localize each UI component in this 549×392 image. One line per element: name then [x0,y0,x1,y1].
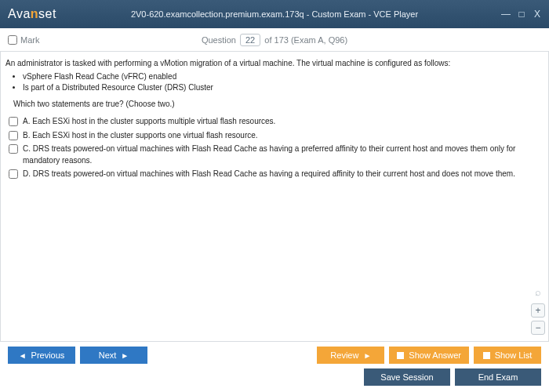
question-prompt: Which two statements are true? (Choose t… [13,99,522,111]
condition-item: Is part of a Distributed Resource Cluste… [23,82,522,94]
review-label: Review [330,350,358,360]
option-b-text: B. Each ESXi host in the cluster support… [23,130,258,142]
zoom-in-button[interactable]: + [531,303,545,318]
question-bar: Mark Question 22 of 173 (Exam A, Q96) [0,28,549,52]
square-icon [483,352,490,359]
maximize-button[interactable]: □ [516,9,527,20]
option-d-text: D. DRS treats powered-on virtual machine… [23,169,515,180]
footer: ◄ Previous Next ► Review ► Show Answer S… [0,342,549,392]
question-body: An administrator is tasked with performi… [1,52,526,341]
end-exam-label: End Exam [478,372,518,382]
show-answer-label: Show Answer [409,350,461,360]
option-d[interactable]: D. DRS treats powered-on virtual machine… [9,169,522,180]
window-controls: — □ X [500,9,549,20]
option-b[interactable]: B. Each ESXi host in the cluster support… [9,130,522,142]
previous-button[interactable]: ◄ Previous [8,347,75,364]
mark-checkbox[interactable] [8,35,17,45]
square-icon [397,352,404,359]
save-session-label: Save Session [380,372,433,382]
option-c-checkbox[interactable] [9,144,18,154]
window-title: 2V0-620.examcollection.premium.exam.173q… [0,9,549,19]
nav-row: ◄ Previous Next ► Review ► Show Answer S… [8,347,541,364]
option-d-checkbox[interactable] [9,169,18,179]
question-stem: An administrator is tasked with performi… [5,58,522,70]
next-button[interactable]: Next ► [80,347,147,364]
next-label: Next [99,350,117,360]
title-bar: Avanset 2V0-620.examcollection.premium.e… [0,0,549,28]
options-list: A. Each ESXi host in the cluster support… [5,116,522,180]
option-b-checkbox[interactable] [9,131,18,140]
chevron-left-icon: ◄ [19,351,27,360]
question-label: Question [202,35,236,45]
option-c[interactable]: C. DRS treats powered-on virtual machine… [9,143,522,166]
chevron-right-icon: ► [363,351,371,360]
zoom-tools: ⌕ + − [531,286,545,335]
option-a-checkbox[interactable] [9,117,18,126]
question-total: of 173 (Exam A, Q96) [264,35,347,45]
mark-checkbox-wrap[interactable]: Mark [8,35,39,45]
content-pane: An administrator is tasked with performi… [0,52,549,342]
logo-post: set [38,7,56,20]
zoom-out-button[interactable]: − [531,321,545,335]
end-exam-button[interactable]: End Exam [455,368,541,386]
review-button[interactable]: Review ► [317,347,384,364]
session-row: Save Session End Exam [8,368,541,386]
option-c-text: C. DRS treats powered-on virtual machine… [23,143,522,166]
show-list-label: Show List [495,350,533,360]
save-session-button[interactable]: Save Session [364,368,450,386]
logo-pre: Ava [8,7,31,20]
option-a[interactable]: A. Each ESXi host in the cluster support… [9,116,522,128]
chevron-right-icon: ► [121,351,129,360]
show-list-button[interactable]: Show List [474,347,541,364]
question-number: 22 [240,34,260,46]
minimize-button[interactable]: — [500,9,511,20]
mark-label: Mark [20,35,39,45]
logo-accent: n [31,7,38,20]
condition-list: vSphere Flash Read Cache (vFRC) enabled … [23,71,522,94]
condition-item: vSphere Flash Read Cache (vFRC) enabled [23,71,522,83]
app-logo: Avanset [0,7,56,21]
question-indicator: Question 22 of 173 (Exam A, Q96) [0,34,549,46]
option-a-text: A. Each ESXi host in the cluster support… [23,116,275,128]
close-button[interactable]: X [532,9,543,20]
previous-label: Previous [31,350,65,360]
show-answer-button[interactable]: Show Answer [389,347,469,364]
magnifier-icon: ⌕ [531,286,545,300]
